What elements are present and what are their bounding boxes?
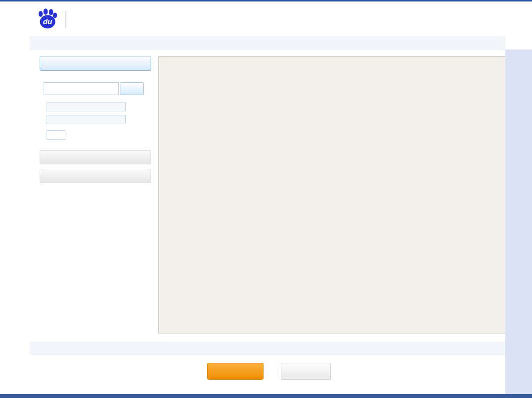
map-level-input[interactable] bbox=[47, 130, 65, 140]
svg-text:du: du bbox=[43, 17, 52, 26]
baidu-paw-icon: du bbox=[36, 7, 58, 32]
page: du bbox=[0, 0, 532, 398]
baidu-map-api-logo: du bbox=[35, 7, 532, 32]
sidebar bbox=[40, 56, 151, 334]
bottom-accent-bar bbox=[0, 394, 532, 398]
logo-divider bbox=[65, 11, 66, 28]
preview-button[interactable] bbox=[281, 363, 331, 380]
panel-add-marker-header[interactable] bbox=[40, 169, 151, 183]
page-background-strip bbox=[505, 50, 532, 394]
step2-header bbox=[30, 342, 505, 355]
baidu-map[interactable] bbox=[159, 56, 506, 334]
panel-locate-center-header[interactable] bbox=[40, 56, 151, 71]
actions-row bbox=[30, 355, 505, 383]
panel-map-settings-header[interactable] bbox=[40, 150, 151, 164]
app-header: du bbox=[0, 1, 532, 36]
get-code-button[interactable] bbox=[207, 363, 264, 380]
search-button[interactable] bbox=[120, 82, 144, 95]
y-coordinate-input[interactable] bbox=[47, 115, 126, 124]
map-canvas[interactable] bbox=[159, 56, 506, 334]
panel1-body bbox=[40, 71, 151, 146]
step1-header bbox=[30, 36, 505, 50]
x-coordinate-input[interactable] bbox=[47, 102, 126, 111]
place-search-input[interactable] bbox=[44, 82, 119, 95]
